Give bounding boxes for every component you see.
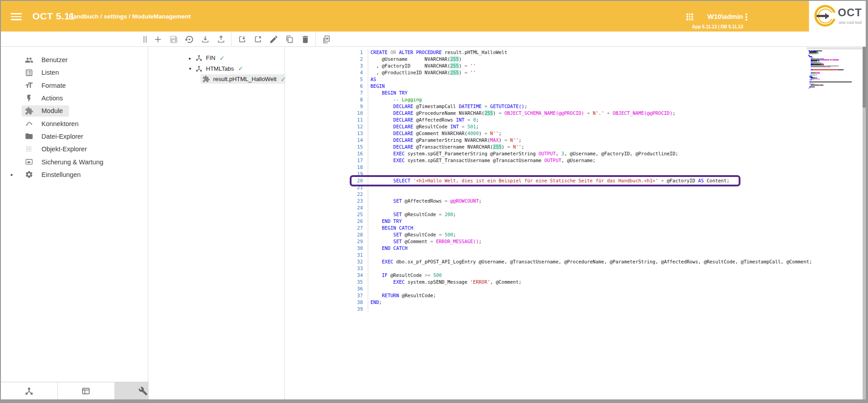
code-text: , @FactoryID NVARCHAR(255) = '' (368, 63, 476, 69)
breadcrumb[interactable]: Handbuch / settings / ModuleManagement (69, 13, 191, 20)
code-line-35: 35 EXEC system.spSEND_Message 'ERROR', @… (285, 279, 866, 285)
line-number: 24 (285, 204, 363, 211)
tree-item-label: result.pHTML_HalloWelt (213, 76, 277, 82)
app-title: OCT 5.11 (32, 11, 75, 22)
code-text: DECLARE @AffectedRows INT = 0; (368, 117, 479, 123)
code-line-33: 33 (285, 265, 866, 272)
code-text: SET @AffectedRows = @@ROWCOUNT; (368, 198, 482, 204)
code-line-1: 1CREATE OR ALTER PROCEDURE result.pHTML_… (285, 49, 866, 56)
line-number: 23 (285, 198, 363, 204)
import-module-icon (238, 35, 247, 44)
sidebar-item-benutzer[interactable]: Benutzer (1, 54, 148, 66)
code-text: BEGIN (368, 83, 385, 90)
sidebar-footer-tabs (1, 382, 171, 399)
discard-module-icon (253, 35, 263, 44)
line-number: 16 (285, 150, 363, 157)
sidebar-item-objekt-explorer[interactable]: Objekt-Explorer (1, 143, 148, 155)
line-number: 26 (285, 218, 363, 225)
history-restore-button[interactable] (184, 34, 195, 45)
sidebar-item-actions[interactable]: Actions (1, 92, 148, 104)
delete-button[interactable] (300, 34, 311, 45)
tree-item-fin[interactable]: ▸FIN✓ (149, 53, 284, 63)
code-text (368, 252, 370, 258)
nav-item-body: Benutzer (22, 54, 73, 66)
line-number: 28 (285, 231, 363, 238)
check-icon: ✓ (219, 54, 225, 62)
line-number: 34 (285, 272, 363, 279)
gear-icon (25, 170, 33, 179)
line-number: 1 (285, 49, 363, 56)
add-button[interactable] (152, 34, 163, 45)
code-line-38: 38END; (285, 299, 866, 306)
code-text: DECLARE @TimestampCall DATETIME = GETUTC… (368, 103, 527, 110)
sidebar-item-sicherung-wartung[interactable]: Sicherung & Wartung (1, 155, 148, 168)
scrollbar-thumb[interactable] (863, 47, 866, 108)
hamburger-menu-icon[interactable] (11, 13, 22, 21)
edit-icon (269, 35, 279, 44)
expand-arrow-icon[interactable]: ▸ (11, 172, 13, 177)
minimap-line (809, 82, 859, 82)
nav-item-body: Objekt-Explorer (22, 144, 93, 155)
sql-code-editor[interactable]: 1CREATE OR ALTER PROCEDURE result.pHTML_… (285, 47, 866, 399)
code-line-24: 24 (285, 204, 866, 211)
check-icon: ✓ (238, 65, 243, 72)
sidebar-item-formate[interactable]: Formate (1, 79, 148, 92)
line-number: 9 (285, 103, 363, 110)
sidebar-item-konnektoren[interactable]: Konnektoren (1, 117, 148, 130)
discard-module-button[interactable] (252, 34, 263, 45)
code-line-11: 11 DECLARE @AffectedRows INT = 0; (285, 117, 866, 123)
sidebar-item-module[interactable]: Module (1, 104, 148, 117)
expand-arrow-icon[interactable]: ▸ (187, 55, 193, 61)
line-number: 22 (285, 191, 363, 198)
logo-tagline: one cool tool (839, 20, 862, 25)
nav-item-label: Sicherung & Wartung (41, 158, 103, 166)
app-header: OCT 5.11 Handbuch / settings / ModuleMan… (1, 1, 809, 32)
code-minimap[interactable] (809, 50, 859, 90)
tree-item-body: result.pHTML_HalloWelt✓ (201, 74, 290, 84)
code-text: AS (368, 76, 376, 83)
code-text: EXEC system.spGET_ParameterString @Param… (368, 150, 678, 157)
sidebar-item-listen[interactable]: Listen (1, 66, 148, 79)
nav-item-body: Listen (22, 67, 65, 78)
code-line-20: 20 SELECT '<h1>Hallo Welt, dies ist ein … (285, 177, 866, 184)
upload-button[interactable] (215, 34, 226, 45)
tree-item-result-phtml-hallowelt[interactable]: result.pHTML_HalloWelt✓ (149, 74, 284, 85)
app-window: OCT 5.11 Handbuch / settings / ModuleMan… (0, 0, 868, 403)
hierarchy-icon (24, 386, 34, 396)
text-format-icon (25, 81, 33, 90)
collapse-arrow-icon[interactable]: ▾ (187, 66, 193, 71)
tree-item-htmltabs[interactable]: ▾HTMLTabs✓ (149, 63, 284, 74)
code-line-23: 23 SET @AffectedRows = @@ROWCOUNT; (285, 198, 866, 204)
sidebar-item-einstellungen[interactable]: ▸Einstellungen (1, 168, 148, 181)
line-number: 31 (285, 252, 363, 258)
backup-icon (25, 158, 33, 166)
line-number: 12 (285, 123, 363, 130)
kebab-menu-icon[interactable] (745, 14, 747, 22)
line-number: 17 (285, 157, 363, 164)
code-text: SET @Comment = ERROR_MESSAGE(); (368, 238, 482, 245)
module-tree-panel: ▸FIN✓▾HTMLTabs✓result.pHTML_HalloWelt✓ (149, 47, 285, 399)
code-text (368, 171, 370, 177)
editor-scrollbar[interactable] (863, 47, 866, 399)
user-menu[interactable]: W10\admin (632, 13, 743, 20)
tab-tree[interactable] (1, 382, 58, 399)
code-line-8: 8 -- Logging (285, 96, 866, 103)
nav-item-label: Listen (41, 69, 59, 76)
line-number: 3 (285, 63, 363, 69)
save-button[interactable] (168, 34, 179, 45)
line-number: 39 (285, 306, 363, 312)
line-number: 8 (285, 96, 363, 103)
code-line-32: 32 EXEC dbo.sx_pf_pPOST_API_LogEntry @Us… (285, 258, 866, 265)
sidebar-nav: BenutzerListenFormateActionsModuleKonnek… (1, 54, 148, 181)
tab-window[interactable] (58, 382, 114, 399)
download-button[interactable] (200, 34, 210, 45)
import-module-button[interactable] (237, 34, 247, 45)
sidebar-item-datei-explorer[interactable]: Datei-Explorer (1, 130, 148, 143)
edit-button[interactable] (268, 34, 279, 45)
toolbar-drag-handle-icon[interactable] (143, 36, 147, 43)
duplicate-doc-button[interactable] (321, 34, 332, 45)
copy-button[interactable] (284, 34, 295, 45)
code-line-21: 21 (285, 184, 866, 191)
grid-dots-icon (25, 145, 33, 154)
code-line-17: 17 EXEC system.spGET_TransactUsername @T… (285, 157, 866, 164)
